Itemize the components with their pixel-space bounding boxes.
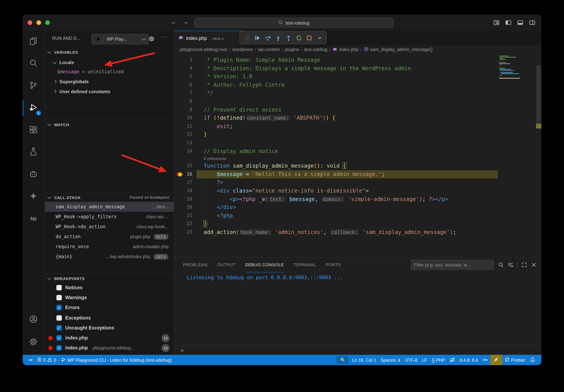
call-stack-frame[interactable]: {main}.../wp-admin/index.php137:1 (45, 252, 174, 262)
breadcrumb-item[interactable]: wp-content (258, 47, 280, 52)
activity-item-settings[interactable] (23, 335, 44, 350)
panel-tab-output[interactable]: OUTPUT (217, 258, 236, 272)
breakpoint-checkbox[interactable]: ✓ (56, 345, 62, 350)
activity-item-chat[interactable] (23, 167, 44, 182)
remote-indicator[interactable]: >< (27, 355, 34, 365)
clear-console-icon[interactable] (508, 262, 513, 268)
console-filter-input[interactable] (410, 260, 494, 270)
xdebug-off-indicator[interactable] (447, 355, 457, 365)
call-stack-frame[interactable]: do_actionplugin.php517:1 (45, 232, 174, 242)
panel-tab-terminal[interactable]: TERMINAL (294, 258, 316, 272)
prettier-status[interactable]: Prettier (502, 355, 528, 365)
minimize-window-button[interactable] (36, 20, 41, 25)
breakpoint-checkbox[interactable] (56, 285, 62, 290)
notifications-bell[interactable] (528, 355, 537, 365)
tab-index-php[interactable]: index.php .../test-x (174, 31, 244, 45)
breadcrumb-item[interactable]: wordpress (232, 47, 253, 52)
activity-item-run-and-debug[interactable]: 1 (23, 100, 44, 116)
breadcrumb-item[interactable]: plugins (285, 47, 299, 52)
call-stack-frame[interactable]: sam_display_admin_message.../test... (45, 202, 174, 212)
php-file-icon (178, 35, 184, 42)
launch-config-dropdown[interactable]: WP Play... (91, 34, 149, 44)
activity-item-testing[interactable] (23, 145, 44, 160)
scrollbar-thumb[interactable] (536, 65, 541, 123)
toggle-panel-icon[interactable] (517, 20, 523, 26)
breakpoint-checkbox[interactable] (56, 295, 62, 301)
activity-item-source-control[interactable] (23, 78, 44, 94)
stop-icon[interactable] (304, 33, 314, 43)
minimap[interactable] (499, 56, 541, 79)
activity-item-sparkle[interactable] (23, 189, 44, 204)
search-icon[interactable] (498, 262, 504, 268)
tree-item-superglobals[interactable]: Superglobals (45, 77, 174, 86)
more-actions-icon[interactable]: ··· (161, 33, 167, 40)
step-over-icon[interactable] (262, 33, 273, 43)
breakpoint-checkbox[interactable] (56, 315, 62, 321)
codelens[interactable]: 0 references (174, 155, 541, 162)
section-variables[interactable]: VARIABLES (45, 48, 174, 56)
toggle-secondary-sidebar-icon[interactable] (529, 20, 535, 26)
activity-item-extensions[interactable] (23, 123, 44, 138)
debug-settings-gear-icon[interactable] (148, 36, 155, 42)
breadcrumb-item[interactable]: test-xdebug (304, 47, 327, 52)
breakpoint-checkbox[interactable]: ✓ (56, 335, 62, 341)
panel-tab-ports[interactable]: PORTS (326, 258, 341, 272)
activity-item-account[interactable] (23, 312, 44, 328)
editor-scrollbar[interactable] (536, 54, 541, 257)
call-stack-frame[interactable]: WP_Hook->do_actionclass-wp-hook... (45, 222, 174, 232)
tree-item-locals[interactable]: Locals (45, 57, 174, 67)
breadcrumb-item[interactable]: .playground-xdebug-root (179, 47, 227, 52)
forward-icon[interactable]: → (183, 18, 188, 25)
code-line-14: 14// Display admin notice (174, 147, 541, 155)
key-indicator[interactable] (480, 355, 490, 365)
panel-tab-debug-console[interactable]: DEBUG CONSOLE (245, 258, 284, 272)
command-center-search[interactable]: test-xdebug (194, 18, 394, 28)
tree-item-user-defined-constants[interactable]: User defined constants (45, 87, 174, 96)
activity-item-search[interactable] (23, 56, 44, 71)
close-window-button[interactable] (28, 20, 32, 25)
call-stack-frame[interactable]: WP_Hook->apply_filtersclass-wp-... (45, 212, 174, 222)
close-panel-icon[interactable] (531, 262, 537, 268)
restart-icon[interactable] (294, 33, 304, 43)
continue-icon[interactable] (252, 33, 262, 43)
problems-status[interactable]: 0 0 (34, 355, 58, 365)
breakpoint-item[interactable]: Exceptions (45, 313, 174, 323)
breakpoint-item[interactable]: ✓index.php.playground-xdebug...16 (45, 343, 174, 353)
breakpoint-checkbox[interactable]: ✓ (56, 325, 62, 331)
panel-tab-problems[interactable]: PROBLEMS (183, 258, 208, 272)
call-stack-frame[interactable]: require_onceadmin-header.php (45, 242, 174, 252)
back-icon[interactable]: ← (171, 18, 176, 25)
breakpoint-checkbox[interactable]: ✓ (56, 305, 62, 310)
zoom-indicator[interactable] (337, 356, 348, 364)
breakpoint-item[interactable]: ✓Uncaught Exceptions (45, 323, 174, 333)
php-version[interactable]: 8.4.8: 8.4 (457, 355, 480, 365)
breadcrumb-item[interactable]: sam_display_admin_message() (364, 47, 433, 52)
start-debug-icon[interactable] (95, 36, 100, 42)
eol-status[interactable]: LF (420, 355, 430, 365)
indentation-status[interactable]: Spaces: 4 (379, 355, 403, 365)
language-mode[interactable]: {} PHP (430, 355, 447, 365)
activity-item-n-logo[interactable]: N≥ (23, 211, 44, 226)
breadcrumb-item[interactable]: index.php (333, 47, 358, 52)
toggle-primary-sidebar-icon[interactable] (505, 20, 511, 26)
breakpoint-item[interactable]: ✓Errors (45, 303, 174, 313)
variable-message[interactable]: $message = uninitialized (45, 67, 174, 76)
maximize-panel-icon[interactable] (522, 262, 527, 268)
activity-item-explorer[interactable] (23, 34, 44, 49)
step-into-icon[interactable] (273, 33, 283, 43)
bolt-off-indicator[interactable] (490, 355, 502, 365)
maximize-window-button[interactable] (45, 20, 50, 25)
section-call-stack[interactable]: CALL STACK Paused on breakpoint (45, 194, 174, 201)
breakpoint-item[interactable]: Warnings (45, 293, 174, 303)
breakpoint-item[interactable]: Notices (45, 283, 174, 293)
customize-layout-icon[interactable] (494, 20, 500, 26)
breakpoint-item[interactable]: ✓index.php16 (45, 333, 174, 343)
section-breakpoints[interactable]: BREAKPOINTS (45, 275, 174, 282)
step-out-icon[interactable] (283, 33, 294, 43)
debug-session-status[interactable]: WP Playground CLI - Listen for Xdebug (t… (58, 355, 174, 365)
cursor-position[interactable]: Ln 16, Col 1 (350, 355, 378, 365)
encoding-status[interactable]: UTF-8 (403, 355, 420, 365)
chevron-down-icon[interactable] (314, 33, 324, 43)
section-watch[interactable]: WATCH (45, 121, 174, 128)
debug-console-input[interactable]: > (174, 346, 541, 355)
